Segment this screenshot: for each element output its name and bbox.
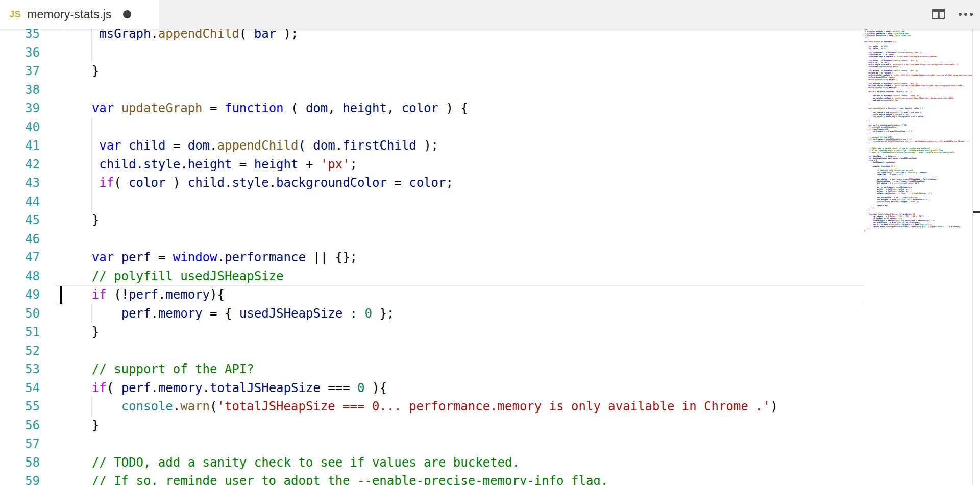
tab-title: memory-stats.js (27, 8, 111, 21)
line-number[interactable]: 50 (0, 304, 40, 323)
code-text: } (62, 323, 99, 342)
indent-guide (62, 118, 62, 137)
line-number[interactable]: 49 (0, 285, 40, 304)
line-number[interactable]: 46 (0, 230, 40, 249)
line-number[interactable]: 41 (0, 136, 40, 155)
line-number[interactable]: 52 (0, 342, 40, 360)
indent-guide (62, 434, 62, 453)
overview-ruler-cursor-mark (973, 211, 980, 213)
line-number[interactable]: 48 (0, 267, 40, 286)
line-number[interactable]: 44 (0, 192, 40, 211)
line-number[interactable]: 58 (0, 453, 40, 472)
split-editor-icon-divider (938, 10, 940, 18)
minimap-border (972, 29, 973, 485)
code-text: } (62, 211, 99, 230)
modified-dot-icon[interactable] (123, 10, 131, 18)
code-text: perf.memory = { usedJSHeapSize : 0 }; (62, 304, 394, 323)
indent-guide (91, 192, 92, 211)
code-line[interactable]: 39 var updateGraph = function ( dom, hei… (0, 99, 864, 118)
line-number[interactable]: 40 (0, 118, 40, 137)
line-number[interactable]: 37 (0, 62, 40, 81)
code-line[interactable]: 48 // polyfill usedJSHeapSize (0, 267, 864, 286)
line-number[interactable]: 36 (0, 43, 40, 62)
code-text: if( color ) child.style.backgroundColor … (62, 174, 453, 192)
code-line[interactable]: 43 if( color ) child.style.backgroundCol… (0, 174, 864, 192)
more-actions-icon[interactable] (959, 13, 973, 16)
code-line[interactable]: 53 // support of the API? (0, 360, 864, 379)
code-text: // TODO, add a sanity check to see if va… (62, 453, 520, 472)
indent-guide (91, 118, 92, 137)
code-line[interactable]: 52 (0, 342, 864, 360)
code-text: console.warn('totalJSHeapSize === 0... p… (62, 397, 778, 416)
code-line[interactable]: 54 if( perf.memory.totalJSHeapSize === 0… (0, 379, 864, 398)
minimap-line: }; (864, 230, 972, 232)
line-number[interactable]: 55 (0, 397, 40, 416)
code-line[interactable]: 46 (0, 230, 864, 249)
line-number[interactable]: 39 (0, 99, 40, 118)
code-text: var perf = window.performance || {}; (62, 248, 357, 267)
code-line[interactable]: 37 } (0, 62, 864, 81)
javascript-file-icon: JS (9, 9, 21, 20)
line-number[interactable]: 53 (0, 360, 40, 379)
code-text: child.style.height = height + 'px'; (62, 155, 357, 174)
code-line[interactable]: 47 var perf = window.performance || {}; (0, 248, 864, 267)
tab-bar: JS memory-stats.js (0, 0, 980, 29)
code-text: if( perf.memory.totalJSHeapSize === 0 ){ (62, 379, 387, 398)
code-line[interactable]: 38 (0, 81, 864, 100)
line-number[interactable]: 56 (0, 416, 40, 435)
minimap-line: return Math.round(bytes*precision / Math… (864, 226, 972, 228)
indent-guide (62, 43, 62, 62)
scroll-top-shadow (0, 29, 980, 32)
line-number[interactable]: 45 (0, 211, 40, 230)
current-line-highlight (55, 285, 864, 304)
line-number[interactable]: 57 (0, 434, 40, 453)
code-text: // support of the API? (62, 360, 254, 379)
indent-guide (62, 192, 62, 211)
line-number[interactable]: 43 (0, 174, 40, 192)
line-number[interactable]: 47 (0, 248, 40, 267)
minimap-line: console.warn('totalJSHeapSize === 0... p… (864, 140, 972, 142)
code-line[interactable]: 40 (0, 118, 864, 137)
minimap[interactable]: /** * @author mrdoob / http://mrdoob.com… (864, 29, 972, 485)
tab-memory-stats[interactable]: JS memory-stats.js (0, 0, 159, 29)
indent-guide (62, 230, 62, 249)
editor-actions (932, 0, 980, 29)
code-line[interactable]: 58 // TODO, add a sanity check to see if… (0, 453, 864, 472)
split-editor-icon[interactable] (932, 9, 945, 19)
code-line[interactable]: 51 } (0, 323, 864, 342)
line-number[interactable]: 54 (0, 379, 40, 398)
indent-guide (62, 342, 62, 360)
code-line[interactable]: 59 // If so, reminde user to adopt the -… (0, 472, 864, 485)
indent-guide (62, 81, 62, 100)
code-line[interactable]: 36 (0, 43, 864, 62)
code-line[interactable]: 44 (0, 192, 864, 211)
code-line[interactable]: 55 console.warn('totalJSHeapSize === 0..… (0, 397, 864, 416)
line-number[interactable]: 51 (0, 323, 40, 342)
indent-guide (91, 43, 92, 62)
line-number[interactable]: 42 (0, 155, 40, 174)
code-line[interactable]: 42 child.style.height = height + 'px'; (0, 155, 864, 174)
code-line[interactable]: 50 perf.memory = { usedJSHeapSize : 0 }; (0, 304, 864, 323)
code-editor[interactable]: 35 msGraph.appendChild( bar );3637 }3839… (0, 29, 980, 485)
code-line[interactable]: 57 (0, 434, 864, 453)
code-text: } (62, 416, 99, 435)
code-text: // polyfill usedJSHeapSize (62, 267, 284, 286)
code-text: var updateGraph = function ( dom, height… (62, 99, 468, 118)
code-text: var child = dom.appendChild( dom.firstCh… (62, 136, 438, 155)
code-line[interactable]: 45 } (0, 211, 864, 230)
code-line[interactable]: 56 } (0, 416, 864, 435)
line-number[interactable]: 38 (0, 81, 40, 100)
code-line[interactable]: 41 var child = dom.appendChild( dom.firs… (0, 136, 864, 155)
text-cursor (60, 286, 62, 304)
line-number[interactable]: 59 (0, 472, 40, 485)
code-text: } (62, 62, 99, 81)
code-text: // If so, reminde user to adopt the --en… (62, 472, 608, 485)
